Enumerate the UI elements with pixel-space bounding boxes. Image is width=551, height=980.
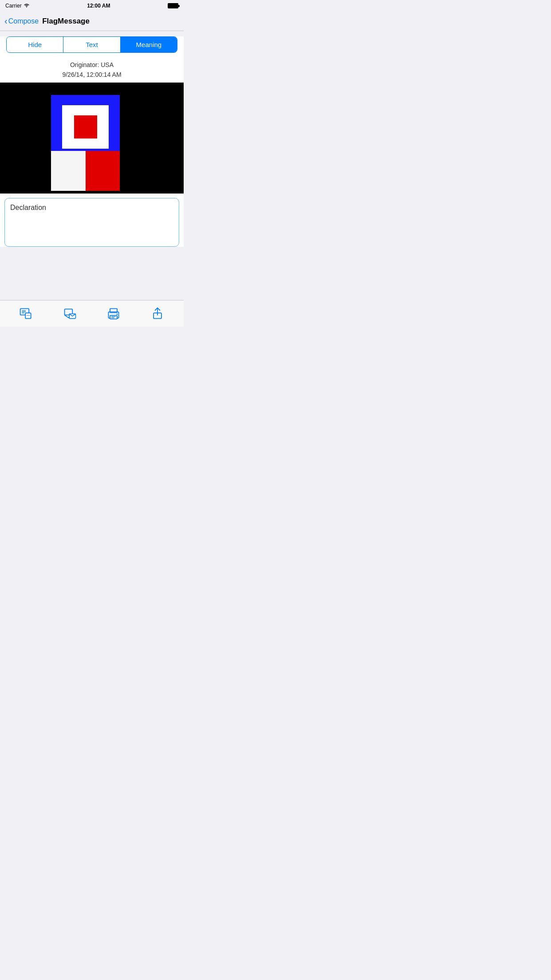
flag-display-area: [0, 83, 184, 194]
info-text: Originator: USA 9/26/14, 12:00:14 AM: [0, 58, 184, 83]
print-button[interactable]: [104, 304, 123, 324]
segmented-control: Hide Text Meaning: [6, 36, 177, 53]
flag-t: [51, 95, 120, 159]
battery-icon: [168, 3, 178, 8]
seg-text-button[interactable]: Text: [63, 37, 120, 52]
timestamp-line: 9/26/14, 12:00:14 AM: [0, 70, 184, 79]
flag-t-red: [74, 115, 97, 138]
svg-rect-13: [110, 315, 117, 319]
page-title: FlagMessage: [42, 17, 90, 26]
wifi-icon: [24, 3, 30, 9]
navigation-bar: ‹ Compose FlagMessage: [0, 12, 184, 31]
svg-point-8: [29, 315, 30, 316]
seg-hide-button[interactable]: Hide: [7, 37, 63, 52]
declaration-box[interactable]: Declaration: [4, 198, 179, 247]
bottom-toolbar: [0, 300, 184, 327]
status-bar: Carrier 12:00 AM: [0, 0, 184, 12]
flag-b-red: [86, 151, 120, 191]
svg-point-6: [27, 315, 28, 316]
seg-meaning-button[interactable]: Meaning: [121, 37, 177, 52]
message-button[interactable]: [60, 304, 80, 324]
back-label: Compose: [8, 17, 39, 25]
flag-b: [51, 151, 120, 191]
content-area: Hide Text Meaning Originator: USA 9/26/1…: [0, 36, 184, 247]
compose-button[interactable]: [16, 304, 36, 324]
carrier-label: Carrier: [5, 3, 30, 9]
flag-b-white: [51, 151, 86, 191]
svg-point-0: [26, 6, 27, 7]
time-display: 12:00 AM: [87, 3, 110, 9]
back-button[interactable]: ‹ Compose: [4, 16, 39, 26]
flag-t-white: [62, 105, 109, 149]
declaration-label: Declaration: [10, 204, 173, 212]
svg-point-16: [117, 313, 118, 315]
back-chevron-icon: ‹: [4, 16, 8, 26]
svg-rect-5: [25, 313, 31, 318]
flag-t-blue: [51, 95, 120, 159]
carrier-text: Carrier: [5, 3, 22, 9]
share-button[interactable]: [148, 304, 167, 324]
svg-point-7: [28, 315, 29, 316]
originator-line: Originator: USA: [0, 60, 184, 70]
